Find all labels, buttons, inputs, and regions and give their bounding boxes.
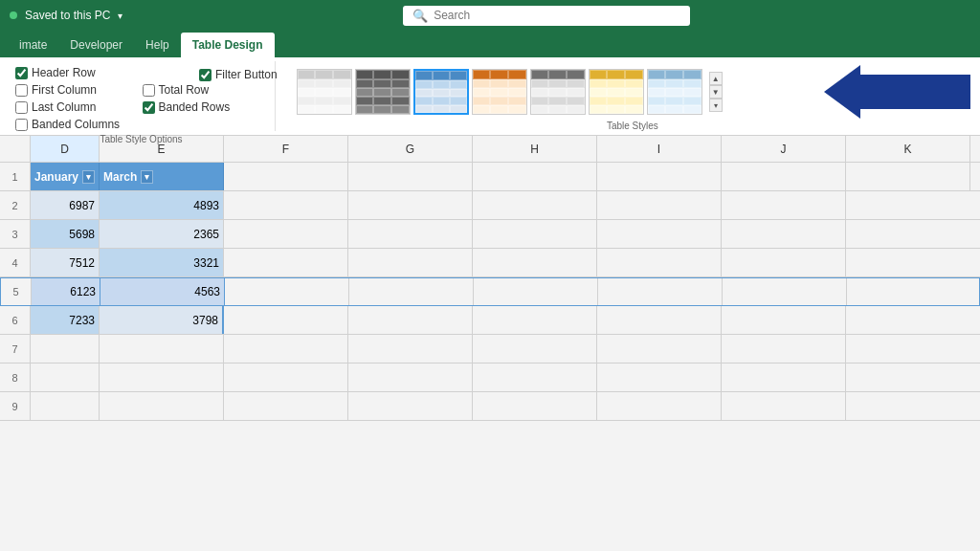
- col-header-k[interactable]: K: [846, 136, 970, 162]
- empty-i7[interactable]: [597, 335, 722, 363]
- empty-h7[interactable]: [473, 335, 597, 363]
- empty-cell-j3[interactable]: [722, 220, 846, 248]
- empty-cell-k1[interactable]: [846, 163, 970, 190]
- last-column-option[interactable]: Last Column: [15, 99, 141, 115]
- header-cell-january[interactable]: January ▾: [31, 163, 100, 190]
- table-style-thumb-6[interactable]: [589, 69, 644, 115]
- empty-i9[interactable]: [597, 392, 722, 420]
- empty-cell-j2[interactable]: [722, 191, 846, 219]
- empty-cell-g5[interactable]: [349, 278, 474, 305]
- tab-table-design[interactable]: Table Design: [181, 33, 275, 57]
- empty-g9[interactable]: [348, 392, 473, 420]
- empty-cell-g4[interactable]: [348, 249, 473, 276]
- empty-cell-h4[interactable]: [473, 249, 597, 276]
- empty-e9[interactable]: [100, 392, 224, 420]
- empty-cell-f5[interactable]: [225, 278, 349, 305]
- col-header-j[interactable]: J: [722, 136, 846, 162]
- header-cell-march[interactable]: March ▾: [100, 163, 224, 190]
- empty-cell-f1[interactable]: [224, 163, 348, 190]
- col-header-g[interactable]: G: [348, 136, 473, 162]
- empty-g7[interactable]: [348, 335, 473, 363]
- filter-dropdown-march[interactable]: ▾: [141, 170, 153, 184]
- data-cell-e2[interactable]: 4893: [100, 191, 224, 219]
- empty-cell-i5[interactable]: [598, 278, 723, 305]
- filter-button-checkbox[interactable]: [199, 69, 212, 81]
- banded-columns-option[interactable]: Banded Columns: [15, 117, 141, 132]
- empty-d9[interactable]: [31, 392, 100, 420]
- empty-d7[interactable]: [31, 335, 100, 363]
- data-cell-d6[interactable]: 7233: [31, 306, 100, 334]
- table-style-thumb-1[interactable]: [297, 69, 352, 115]
- search-input[interactable]: [434, 9, 680, 22]
- empty-cell-i1[interactable]: [597, 163, 722, 190]
- empty-cell-i6[interactable]: [597, 306, 722, 334]
- dropdown-chevron[interactable]: ▾: [118, 11, 122, 21]
- empty-f8[interactable]: [224, 364, 348, 391]
- empty-cell-h3[interactable]: [473, 220, 597, 248]
- tab-imate[interactable]: imate: [8, 33, 58, 57]
- scroll-up-button[interactable]: ▲: [709, 72, 723, 85]
- empty-cell-g3[interactable]: [348, 220, 473, 248]
- table-style-thumb-2[interactable]: [355, 69, 411, 115]
- table-style-thumb-5[interactable]: [530, 69, 586, 115]
- table-style-thumb-4[interactable]: [472, 69, 527, 115]
- empty-cell-h6[interactable]: [473, 306, 597, 334]
- table-style-thumb-3[interactable]: [413, 69, 469, 115]
- first-column-option[interactable]: First Column: [15, 82, 141, 98]
- data-cell-e6[interactable]: 3798: [100, 306, 224, 334]
- data-cell-d4[interactable]: 7512: [31, 249, 100, 276]
- empty-cell-i4[interactable]: [597, 249, 722, 276]
- empty-cell-g2[interactable]: [348, 191, 473, 219]
- empty-cell-j1[interactable]: [722, 163, 846, 190]
- empty-j7[interactable]: [722, 335, 846, 363]
- table-styles-scrollbar[interactable]: ▲ ▼ ▾: [707, 70, 724, 114]
- empty-cell-g1[interactable]: [348, 163, 473, 190]
- total-row-option[interactable]: Total Row: [143, 82, 268, 98]
- banded-columns-checkbox[interactable]: [15, 119, 28, 131]
- data-cell-e4[interactable]: 3321: [100, 249, 224, 276]
- data-cell-e3[interactable]: 2365: [100, 220, 224, 248]
- empty-cell-g6[interactable]: [348, 306, 473, 334]
- data-cell-d3[interactable]: 5698: [31, 220, 100, 248]
- col-header-h[interactable]: H: [473, 136, 597, 162]
- banded-rows-checkbox[interactable]: [143, 101, 155, 114]
- empty-h8[interactable]: [473, 364, 597, 391]
- empty-cell-j6[interactable]: [722, 306, 846, 334]
- empty-g8[interactable]: [348, 364, 473, 391]
- empty-f9[interactable]: [224, 392, 348, 420]
- filter-button-option[interactable]: Filter Button: [199, 67, 278, 82]
- search-box[interactable]: 🔍: [403, 6, 690, 26]
- empty-cell-i2[interactable]: [597, 191, 722, 219]
- scroll-down-button[interactable]: ▼: [709, 85, 723, 99]
- empty-e8[interactable]: [100, 364, 224, 391]
- header-row-option[interactable]: Header Row: [15, 65, 141, 80]
- filter-dropdown-january[interactable]: ▾: [82, 170, 95, 184]
- banded-rows-option[interactable]: Banded Rows: [143, 99, 268, 115]
- tab-help[interactable]: Help: [134, 33, 181, 57]
- empty-j9[interactable]: [722, 392, 846, 420]
- data-cell-e5[interactable]: 4563: [100, 278, 225, 305]
- data-cell-d2[interactable]: 6987: [31, 191, 100, 219]
- total-row-checkbox[interactable]: [143, 84, 155, 97]
- empty-f7[interactable]: [224, 335, 348, 363]
- empty-cell-f6[interactable]: [224, 306, 348, 334]
- empty-cell-h2[interactable]: [473, 191, 597, 219]
- empty-cell-f4[interactable]: [224, 249, 348, 276]
- empty-cell-f3[interactable]: [224, 220, 348, 248]
- empty-cell-h5[interactable]: [474, 278, 598, 305]
- empty-e7[interactable]: [100, 335, 224, 363]
- empty-cell-j4[interactable]: [722, 249, 846, 276]
- data-cell-d5[interactable]: 6123: [32, 278, 100, 305]
- empty-j8[interactable]: [722, 364, 846, 391]
- empty-cell-h1[interactable]: [473, 163, 597, 190]
- empty-i8[interactable]: [597, 364, 722, 391]
- empty-cell-f2[interactable]: [224, 191, 348, 219]
- empty-cell-i3[interactable]: [597, 220, 722, 248]
- header-row-checkbox[interactable]: [15, 67, 28, 79]
- first-column-checkbox[interactable]: [15, 84, 28, 97]
- empty-d8[interactable]: [31, 364, 100, 391]
- col-header-i[interactable]: I: [597, 136, 722, 162]
- scroll-more-button[interactable]: ▾: [709, 99, 723, 112]
- empty-h9[interactable]: [473, 392, 597, 420]
- table-style-thumb-7[interactable]: [647, 69, 702, 115]
